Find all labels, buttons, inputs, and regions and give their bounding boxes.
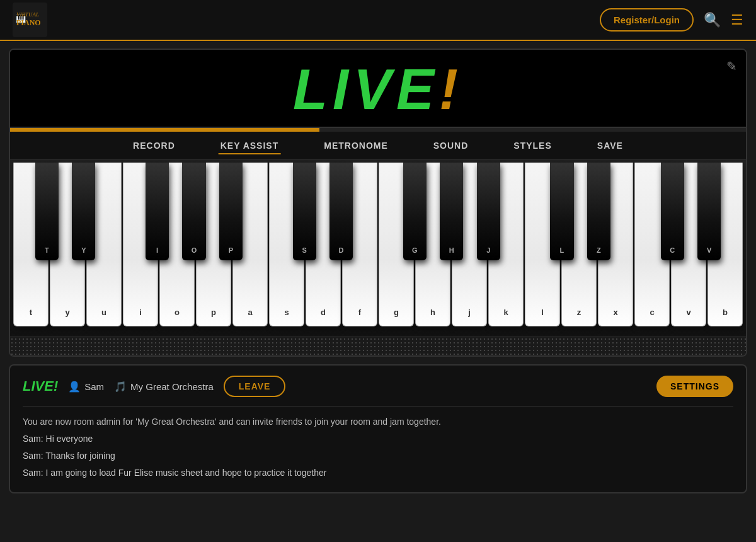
- black-key-label: D: [339, 246, 344, 254]
- live-panel: LIVE! 👤 Sam 🎵 My Great Orchestra LEAVE S…: [9, 364, 747, 493]
- white-key-label: v: [686, 308, 690, 317]
- black-key-V[interactable]: V: [697, 163, 721, 260]
- live-title: LIVE!: [23, 61, 733, 118]
- record-button[interactable]: RECORD: [110, 132, 198, 159]
- black-key-label: T: [45, 246, 49, 254]
- black-key-D[interactable]: D: [329, 163, 353, 260]
- white-key-label: h: [430, 308, 435, 317]
- top-nav: 🎹 VIRTUAL PIANO Register/Login 🔍 ☰: [0, 0, 756, 41]
- black-key-S[interactable]: S: [293, 163, 316, 260]
- orchestra-info: 🎵 My Great Orchestra: [114, 381, 214, 393]
- white-key-label: y: [65, 308, 69, 317]
- search-button[interactable]: 🔍: [704, 12, 721, 28]
- logo-area: 🎹 VIRTUAL PIANO: [13, 3, 47, 37]
- black-key-C[interactable]: C: [661, 163, 684, 260]
- black-key-label: I: [156, 246, 158, 254]
- black-key-label: L: [560, 246, 564, 254]
- orchestra-label: My Great Orchestra: [130, 381, 214, 392]
- white-key-label: c: [650, 308, 654, 317]
- black-key-I[interactable]: I: [146, 163, 169, 260]
- edit-icon-button[interactable]: ✎: [726, 59, 737, 74]
- chat-line: Sam: I am going to load Fur Elise music …: [23, 466, 733, 480]
- svg-text:VIRTUAL: VIRTUAL: [16, 11, 39, 18]
- white-keys-row: tyuiopasdfghjklzxcvb: [13, 163, 743, 337]
- live-panel-header: LIVE! 👤 Sam 🎵 My Great Orchestra LEAVE S…: [23, 376, 733, 397]
- black-key-T[interactable]: T: [35, 163, 59, 260]
- black-key-label: C: [670, 246, 675, 254]
- black-key-label: G: [412, 246, 418, 254]
- logo-icon: 🎹 VIRTUAL PIANO: [13, 3, 47, 37]
- black-key-label: O: [192, 246, 197, 254]
- toolbar: RECORD KEY ASSIST METRONOME SOUND STYLES…: [10, 132, 746, 160]
- white-key-label: s: [284, 308, 289, 317]
- white-key-label: l: [541, 308, 544, 317]
- black-key-O[interactable]: O: [182, 163, 205, 260]
- black-key-Z[interactable]: Z: [587, 163, 610, 260]
- black-key-label: S: [302, 246, 307, 254]
- edit-icon: ✎: [726, 59, 737, 73]
- piano-section: LIVE! ✎ RECORD KEY ASSIST METRONOME SOUN…: [9, 49, 747, 357]
- white-key-label: t: [30, 308, 32, 317]
- sound-button[interactable]: SOUND: [411, 132, 491, 159]
- nav-right: Register/Login 🔍 ☰: [600, 8, 743, 32]
- white-key-label: b: [723, 308, 728, 317]
- black-key-label: V: [707, 246, 711, 254]
- piano-keys-wrapper: tyuiopasdfghjklzxcvb TYIOPSDGHJLZCV: [10, 160, 746, 355]
- live-badge: LIVE!: [23, 378, 58, 395]
- white-key-label: a: [248, 308, 252, 317]
- white-key-label: p: [211, 308, 216, 317]
- black-key-G[interactable]: G: [403, 163, 427, 260]
- user-icon: 👤: [68, 381, 81, 393]
- key-assist-button[interactable]: KEY ASSIST: [198, 132, 301, 159]
- chat-line: Sam: Thanks for joining: [23, 449, 733, 463]
- save-button[interactable]: SAVE: [575, 132, 646, 159]
- orchestra-icon: 🎵: [114, 381, 127, 393]
- black-key-label: Z: [597, 246, 601, 254]
- black-key-label: H: [449, 246, 454, 254]
- live-text: LIVE: [293, 58, 439, 121]
- white-key-label: j: [468, 308, 471, 317]
- svg-text:PIANO: PIANO: [16, 18, 41, 27]
- white-key-label: k: [503, 308, 508, 317]
- white-key-label: d: [321, 308, 326, 317]
- menu-button[interactable]: ☰: [731, 12, 743, 28]
- white-key-label: z: [577, 308, 581, 317]
- live-header: LIVE! ✎: [10, 50, 746, 128]
- white-key-label: g: [394, 308, 399, 317]
- register-login-button[interactable]: Register/Login: [600, 8, 694, 32]
- chat-line: Sam: Hi everyone: [23, 432, 733, 446]
- piano-keyboard: tyuiopasdfghjklzxcvb TYIOPSDGHJLZCV: [10, 160, 746, 337]
- leave-button[interactable]: LEAVE: [224, 376, 286, 397]
- black-key-label: P: [229, 246, 233, 254]
- white-key-label: x: [613, 308, 617, 317]
- exclaim-text: !: [439, 58, 463, 121]
- white-key-label: o: [175, 308, 180, 317]
- panel-divider: [23, 406, 733, 407]
- user-info: 👤 Sam: [68, 381, 104, 393]
- black-key-J[interactable]: J: [477, 163, 500, 260]
- black-key-L[interactable]: L: [550, 163, 573, 260]
- black-key-H[interactable]: H: [440, 163, 463, 260]
- black-key-Y[interactable]: Y: [72, 163, 95, 260]
- white-key-label: f: [358, 308, 361, 317]
- black-key-label: Y: [81, 246, 86, 254]
- white-key-label: i: [139, 308, 142, 317]
- white-key-label: u: [101, 308, 106, 317]
- piano-bottom-strip: [10, 337, 746, 355]
- chat-line: You are now room admin for 'My Great Orc…: [23, 415, 733, 429]
- black-key-label: J: [486, 246, 490, 254]
- black-key-P[interactable]: P: [219, 163, 243, 260]
- metronome-button[interactable]: METRONOME: [301, 132, 411, 159]
- user-label: Sam: [84, 381, 104, 392]
- settings-button[interactable]: SETTINGS: [656, 376, 733, 397]
- chat-area: You are now room admin for 'My Great Orc…: [23, 415, 733, 480]
- styles-button[interactable]: STYLES: [491, 132, 574, 159]
